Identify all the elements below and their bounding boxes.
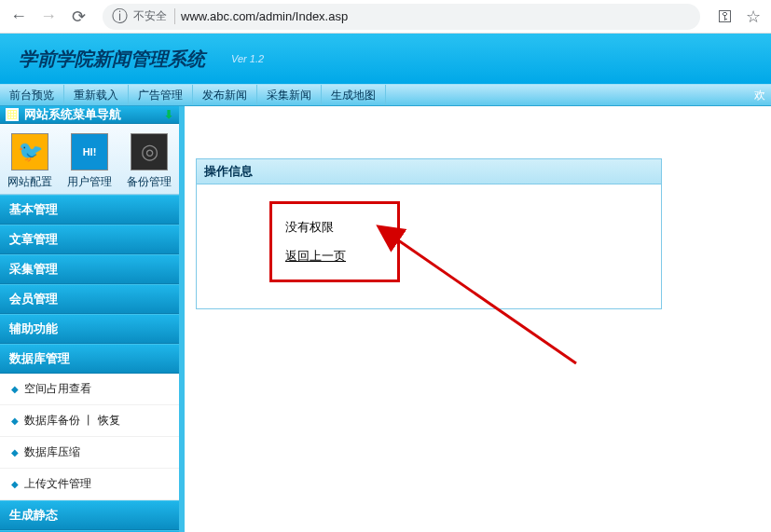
nav-sub-label: 数据库压缩 [24, 444, 80, 460]
sidebar-title: 网站系统菜单导航 ⬇ [0, 106, 179, 124]
backup-manage-button[interactable]: ◎ 备份管理 [127, 133, 172, 190]
info-icon: ⓘ [112, 6, 128, 27]
diamond-icon: ◆ [11, 447, 19, 457]
nav-basic[interactable]: 基本管理 [0, 195, 179, 225]
error-message: 没有权限 [285, 219, 384, 236]
nav-sub-compress[interactable]: ◆数据库压缩 [0, 437, 179, 469]
nav-collect[interactable]: 采集管理 [0, 254, 179, 284]
nav-sub-space[interactable]: ◆空间占用查看 [0, 374, 179, 405]
sidebar-title-text: 网站系统菜单导航 [24, 106, 121, 123]
back-link[interactable]: 返回上一页 [285, 249, 346, 263]
app-title: 学前学院新闻管理系统 [19, 47, 205, 72]
menu-sitemap[interactable]: 生成地图 [322, 85, 386, 105]
menu-collect[interactable]: 采集新闻 [257, 85, 322, 105]
menu-ads[interactable]: 广告管理 [129, 85, 193, 105]
bookmark-star-icon[interactable]: ☆ [743, 7, 764, 27]
hi-icon: HI! [71, 133, 108, 171]
panel-body: 没有权限 返回上一页 [197, 184, 661, 308]
user-manage-button[interactable]: HI! 用户管理 [67, 133, 112, 190]
welcome-text: 欢 [749, 85, 771, 105]
nav-sub-label: 空间占用查看 [24, 381, 91, 397]
nav-static[interactable]: 生成静态 [0, 500, 179, 530]
collapse-arrow-icon[interactable]: ⬇ [164, 108, 173, 121]
app-version: Ver 1.2 [231, 53, 264, 64]
security-label: 不安全 [133, 8, 175, 24]
nav-sub-label: 上传文件管理 [24, 476, 91, 492]
url-text: www.abc.com/admin/Index.asp [181, 9, 348, 23]
app-header: 学前学院新闻管理系统 Ver 1.2 [0, 34, 771, 84]
address-bar[interactable]: ⓘ 不安全 www.abc.com/admin/Index.asp [103, 4, 700, 30]
error-highlight-box: 没有权限 返回上一页 [269, 201, 400, 282]
browser-toolbar: ← → ⟳ ⓘ 不安全 www.abc.com/admin/Index.asp … [0, 0, 771, 34]
message-panel: 操作信息 没有权限 返回上一页 [196, 158, 662, 309]
icon-label: 网站配置 [7, 174, 52, 190]
panel-title: 操作信息 [197, 159, 661, 184]
menu-preview[interactable]: 前台预览 [0, 85, 64, 105]
top-menu: 前台预览 重新载入 广告管理 发布新闻 采集新闻 生成地图 欢 [0, 84, 771, 106]
main-layout: 网站系统菜单导航 ⬇ 🐦 网站配置 HI! 用户管理 ◎ 备份管理 基本管理 文… [0, 106, 771, 532]
icon-label: 用户管理 [67, 174, 112, 190]
diamond-icon: ◆ [11, 384, 19, 394]
diamond-icon: ◆ [11, 479, 19, 489]
forward-button: → [37, 6, 60, 28]
nav-sub-upload[interactable]: ◆上传文件管理 [0, 469, 179, 500]
diamond-icon: ◆ [11, 416, 19, 426]
main-content: 操作信息 没有权限 返回上一页 [185, 106, 771, 532]
nav-assist[interactable]: 辅助功能 [0, 314, 179, 344]
back-button[interactable]: ← [7, 6, 30, 28]
nav-member[interactable]: 会员管理 [0, 284, 179, 314]
nav-sub-backup[interactable]: ◆数据库备份 丨 恢复 [0, 405, 179, 437]
bird-icon: 🐦 [11, 133, 48, 171]
icon-label: 备份管理 [127, 174, 172, 190]
spiral-icon: ◎ [131, 133, 168, 171]
nav-sub-label: 数据库备份 丨 恢复 [24, 413, 120, 429]
site-config-button[interactable]: 🐦 网站配置 [7, 133, 52, 190]
sidebar: 网站系统菜单导航 ⬇ 🐦 网站配置 HI! 用户管理 ◎ 备份管理 基本管理 文… [0, 106, 179, 532]
menu-publish[interactable]: 发布新闻 [193, 85, 257, 105]
quick-icons: 🐦 网站配置 HI! 用户管理 ◎ 备份管理 [0, 124, 179, 195]
password-key-icon[interactable]: ⚿ [715, 8, 736, 25]
nav-database[interactable]: 数据库管理 [0, 344, 179, 374]
nav-article[interactable]: 文章管理 [0, 225, 179, 254]
menu-reload[interactable]: 重新载入 [64, 85, 129, 105]
grid-icon [6, 108, 19, 121]
reload-button[interactable]: ⟳ [67, 6, 89, 28]
